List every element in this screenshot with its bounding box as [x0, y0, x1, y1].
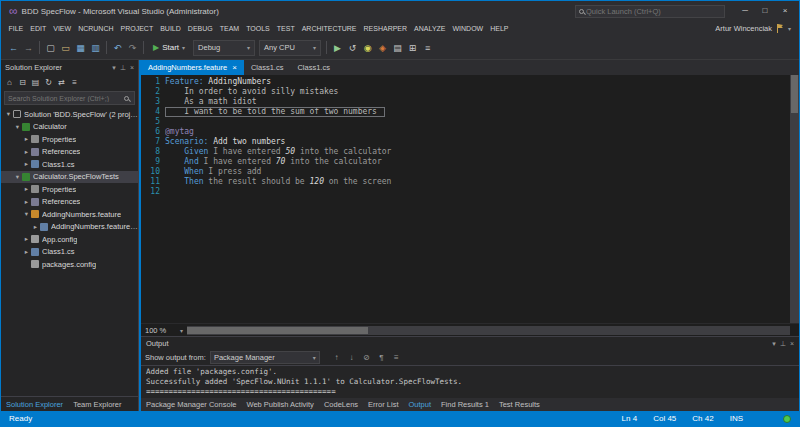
tree-item[interactable]: ▸Class1.cs	[1, 158, 138, 171]
minimize-button[interactable]: ─	[735, 3, 755, 19]
panel-tab-test-results[interactable]: Test Results	[494, 398, 545, 411]
close-icon[interactable]: ×	[790, 340, 794, 348]
code-line[interactable]: When I press add	[165, 167, 799, 177]
goto-previous-message-icon[interactable]: ↑	[330, 353, 343, 362]
code-line[interactable]: Feature: AddingNumbers	[165, 77, 799, 87]
solution-explorer-search-input[interactable]	[8, 95, 124, 102]
code-line[interactable]	[165, 117, 799, 127]
expander-expanded-icon[interactable]: ▾	[4, 110, 13, 118]
expander-expanded-icon[interactable]: ▾	[22, 210, 31, 218]
menu-item-edit[interactable]: EDIT	[27, 21, 50, 36]
window-position-icon[interactable]: ▾	[772, 340, 776, 348]
tool-tab-solution-explorer[interactable]: Solution Explorer	[1, 398, 68, 411]
code-text-area[interactable]: Feature: AddingNumbers In order to avoid…	[165, 75, 799, 323]
zoom-control[interactable]: 100 % ▾	[141, 326, 187, 335]
solution-explorer-search-box[interactable]	[4, 91, 135, 105]
start-debugging-button[interactable]: ▶ Start ▾	[147, 39, 191, 57]
code-editor[interactable]: 123456789101112 Feature: AddingNumbers I…	[141, 75, 799, 323]
expander-collapsed-icon[interactable]: ▸	[22, 198, 31, 206]
close-icon[interactable]: ×	[130, 64, 134, 72]
code-line[interactable]	[165, 187, 799, 197]
vertical-scrollbar-thumb[interactable]	[791, 75, 798, 113]
menu-item-file[interactable]: FILE	[5, 21, 27, 36]
tree-item[interactable]: ▸References	[1, 146, 138, 159]
open-file-icon[interactable]: ▭	[58, 43, 73, 53]
solution-platforms-icon[interactable]: ⊞	[405, 43, 420, 53]
navigate-forward-icon[interactable]: →	[21, 43, 36, 53]
window-position-icon[interactable]: ▾	[112, 64, 116, 72]
solution-platform-dropdown[interactable]: Any CPU ▾	[259, 40, 321, 56]
menu-item-build[interactable]: BUILD	[157, 21, 185, 36]
code-line[interactable]: Then the result should be 120 on the scr…	[165, 177, 799, 187]
menu-item-view[interactable]: VIEW	[50, 21, 75, 36]
run-tests-icon[interactable]: ▶	[330, 43, 345, 53]
panel-tab-error-list[interactable]: Error List	[363, 398, 403, 411]
tree-item[interactable]: ▸Class1.cs	[1, 246, 138, 259]
maximize-button[interactable]: □	[755, 3, 775, 19]
tree-item[interactable]: ▸Properties	[1, 133, 138, 146]
menu-item-analyze[interactable]: ANALYZE	[411, 21, 449, 36]
code-line[interactable]: @mytag	[165, 127, 799, 137]
editor-tab[interactable]: AddingNumbers.feature×	[141, 60, 244, 75]
code-line[interactable]: And I have entered 70 into the calculato…	[165, 157, 799, 167]
expander-expanded-icon[interactable]: ▾	[13, 123, 22, 131]
code-line[interactable]: As a math idiot	[165, 97, 799, 107]
panel-tab-output[interactable]: Output	[404, 398, 437, 411]
code-line[interactable]: Scenario: Add two numbers	[165, 137, 799, 147]
tree-item[interactable]: ▾AddingNumbers.feature	[1, 208, 138, 221]
tree-item[interactable]: ▾Calculator	[1, 121, 138, 134]
resharper-icon[interactable]: ◈	[375, 43, 390, 53]
new-file-icon[interactable]: ▢	[43, 43, 58, 53]
sync-with-active-document-icon[interactable]: ⇄	[55, 78, 68, 87]
expander-collapsed-icon[interactable]: ▸	[22, 135, 31, 143]
find-in-files-icon[interactable]: ▤	[390, 43, 405, 53]
vertical-scrollbar[interactable]	[790, 75, 799, 323]
options-icon[interactable]: ≡	[420, 43, 435, 53]
code-line[interactable]: In order to avoid silly mistakes	[165, 87, 799, 97]
horizontal-scrollbar-thumb[interactable]	[187, 327, 368, 334]
word-wrap-icon[interactable]: ¶	[375, 353, 388, 362]
close-icon[interactable]: ×	[232, 64, 237, 72]
panel-tab-find-results-1[interactable]: Find Results 1	[436, 398, 494, 411]
panel-tab-web-publish-activity[interactable]: Web Publish Activity	[241, 398, 318, 411]
quick-launch-input[interactable]	[586, 7, 721, 16]
tree-item[interactable]: ▾Solution 'BDD.SpecFlow' (2 projects)	[1, 108, 138, 121]
expander-collapsed-icon[interactable]: ▸	[22, 235, 31, 243]
expander-collapsed-icon[interactable]: ▸	[22, 185, 31, 193]
show-all-files-icon[interactable]: ▤	[29, 78, 42, 87]
undo-icon[interactable]: ↶	[110, 43, 125, 53]
close-button[interactable]: ×	[775, 3, 795, 19]
navigate-backward-icon[interactable]: ←	[6, 43, 21, 53]
menu-item-ncrunch[interactable]: NCRUNCH	[75, 21, 117, 36]
menu-item-help[interactable]: HELP	[487, 21, 512, 36]
code-line[interactable]: I want to be told the sum of two numbers	[165, 107, 385, 117]
tree-item[interactable]: ▸App.config	[1, 233, 138, 246]
home-icon[interactable]: ⌂	[3, 78, 16, 87]
quick-launch-box[interactable]	[575, 5, 725, 18]
expander-collapsed-icon[interactable]: ▸	[22, 148, 31, 156]
notifications-flag-icon[interactable]	[776, 24, 784, 33]
menu-item-window[interactable]: WINDOW	[449, 21, 487, 36]
debug-history-icon[interactable]: ↺	[345, 43, 360, 53]
menu-item-team[interactable]: TEAM	[216, 21, 242, 36]
menu-item-tools[interactable]: TOOLS	[243, 21, 274, 36]
editor-tab[interactable]: Class1.cs	[290, 60, 337, 75]
tree-item[interactable]: ▸References	[1, 196, 138, 209]
expander-expanded-icon[interactable]: ▾	[13, 173, 22, 181]
tree-item[interactable]: ▸AddingNumbers.feature.cs	[1, 221, 138, 234]
panel-tab-package-manager-console[interactable]: Package Manager Console	[141, 398, 241, 411]
tree-item[interactable]: ▾Calculator.SpecFlowTests	[1, 171, 138, 184]
properties-icon[interactable]: ≡	[68, 78, 81, 87]
output-source-dropdown[interactable]: Package Manager ▾	[210, 351, 320, 364]
panel-tab-codelens[interactable]: CodeLens	[319, 398, 363, 411]
collapse-all-icon[interactable]: ⊟	[16, 78, 29, 87]
ncrunch-status-icon[interactable]	[783, 415, 791, 423]
pin-icon[interactable]: ⊥	[780, 340, 786, 348]
editor-tab[interactable]: Class1.cs	[244, 60, 291, 75]
output-log[interactable]: Added file 'packages.config'.Successfull…	[141, 366, 799, 398]
pin-icon[interactable]: ⊥	[120, 64, 126, 72]
user-area[interactable]: Artur Wincenciak ▾	[715, 24, 799, 33]
menu-item-debug[interactable]: DEBUG	[184, 21, 216, 36]
code-line[interactable]: Given I have entered 50 into the calcula…	[165, 147, 799, 157]
solution-configuration-dropdown[interactable]: Debug ▾	[193, 40, 255, 56]
